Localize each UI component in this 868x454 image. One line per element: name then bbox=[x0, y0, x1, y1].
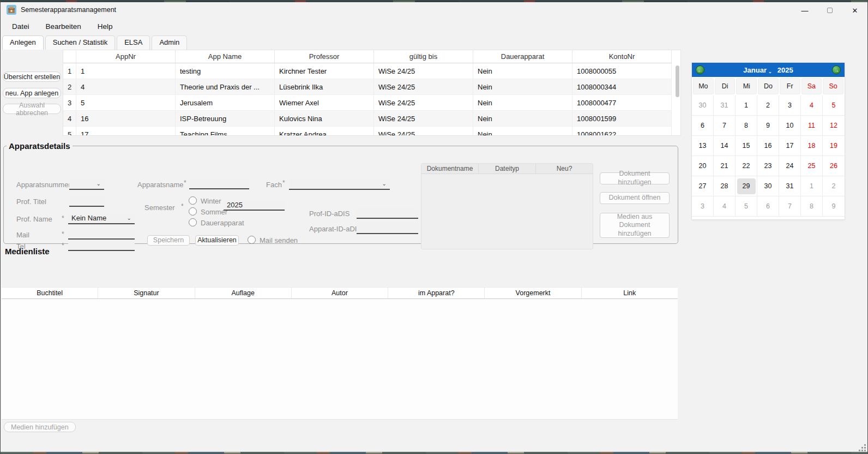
calendar-day-cell[interactable]: 26 bbox=[823, 156, 845, 176]
calendar-day-cell[interactable]: 7 bbox=[779, 196, 801, 217]
dokument-hinzufuegen-button[interactable]: Dokument hinzufügen bbox=[600, 172, 670, 184]
calendar-day-cell[interactable]: 6 bbox=[692, 116, 714, 136]
apps-column-header-app-name[interactable]: App Name bbox=[176, 50, 275, 63]
sidebar-button-2[interactable]: neu. App anlegen bbox=[3, 88, 61, 98]
calendar-day-cell[interactable]: 29 bbox=[736, 176, 757, 196]
calendar-day-cell[interactable]: 4 bbox=[714, 196, 736, 217]
apps-column-header-appnr[interactable]: AppNr bbox=[76, 50, 176, 63]
calendar-day-cell[interactable]: 3 bbox=[692, 196, 714, 217]
calendar-day-cell[interactable]: 11 bbox=[801, 116, 823, 136]
calendar-day-cell[interactable]: 5 bbox=[736, 196, 757, 217]
calendar-day-cell[interactable]: 2 bbox=[823, 176, 845, 196]
calendar-day-cell[interactable]: 18 bbox=[801, 136, 823, 156]
calendar-day-number: 19 bbox=[824, 138, 843, 154]
calendar-day-cell[interactable]: 15 bbox=[736, 136, 757, 156]
calendar-day-cell[interactable]: 4 bbox=[801, 95, 823, 116]
apps-table-scrollbar-thumb[interactable] bbox=[676, 65, 679, 97]
table-row[interactable]: 35JerusalemWiemer AxelWiSe 24/25Nein1008… bbox=[63, 95, 672, 111]
minimize-button[interactable]: — bbox=[792, 2, 817, 19]
apps-column-header-dauerapparat[interactable]: Dauerapparat bbox=[473, 50, 572, 63]
calendar-day-cell[interactable]: 31 bbox=[714, 95, 736, 116]
calendar-day-cell[interactable]: 30 bbox=[692, 95, 714, 116]
semester-sommer-radio[interactable] bbox=[189, 207, 197, 216]
calendar-day-cell[interactable]: 10 bbox=[779, 116, 801, 136]
calendar-day-cell[interactable]: 17 bbox=[779, 136, 801, 156]
apps-column-header-g-ltig-bis[interactable]: gültig bis bbox=[374, 50, 473, 63]
mail-input[interactable] bbox=[68, 229, 135, 240]
sidebar-button-3[interactable]: Auswahl abbrechen bbox=[3, 104, 61, 114]
prof-id-adis-input[interactable] bbox=[357, 208, 418, 219]
menu-item-help[interactable]: Help bbox=[89, 20, 121, 33]
calendar-day-cell[interactable]: 1 bbox=[736, 95, 757, 116]
calendar-day-cell[interactable]: 30 bbox=[757, 176, 779, 196]
calendar-day-cell[interactable]: 1 bbox=[801, 176, 823, 196]
tab-anlegen[interactable]: Anlegen bbox=[2, 35, 44, 50]
calendar-day-cell[interactable]: 20 bbox=[692, 156, 714, 176]
semester-dauerapparat-radio[interactable] bbox=[189, 218, 197, 226]
apparat-id-adis-input[interactable] bbox=[357, 223, 418, 234]
apps-table-body: 11testingKirchner TesterWiSe 24/25Nein10… bbox=[63, 63, 680, 136]
medien-aus-dokument-button[interactable]: Medien aus Dokument hinzufügen bbox=[600, 213, 670, 238]
calendar-day-cell[interactable]: 12 bbox=[823, 116, 845, 136]
calendar-day-cell[interactable]: 16 bbox=[757, 136, 779, 156]
calendar-day-cell[interactable]: 14 bbox=[714, 136, 736, 156]
prof-name-dropdown[interactable]: Kein Name ⌄ bbox=[68, 213, 135, 224]
calendar-day-cell[interactable]: 21 bbox=[714, 156, 736, 176]
resize-grip[interactable] bbox=[859, 445, 866, 451]
documents-column-header-neu-: Neu? bbox=[536, 164, 593, 174]
tab-admin[interactable]: Admin bbox=[152, 35, 187, 50]
semester-winter-radio[interactable] bbox=[189, 196, 197, 205]
prof-titel-input[interactable] bbox=[69, 196, 104, 207]
close-button[interactable]: ✕ bbox=[842, 2, 867, 19]
sidebar-button-1[interactable]: Übersicht erstellen bbox=[3, 71, 61, 82]
semester-year-input[interactable] bbox=[224, 200, 285, 211]
calendar-day-cell[interactable]: 6 bbox=[757, 196, 779, 217]
tab-suchen-statistik[interactable]: Suchen / Statistik bbox=[45, 35, 115, 50]
aktualisieren-button[interactable]: Aktualisieren bbox=[195, 235, 239, 246]
calendar-day-number: 28 bbox=[715, 178, 734, 194]
calendar-day-cell[interactable]: 23 bbox=[757, 156, 779, 176]
calendar-month-year[interactable]: Januar⌄ 2025 bbox=[743, 66, 793, 74]
apps-column-header-kontonr[interactable]: KontoNr bbox=[572, 50, 672, 63]
dokument-oeffnen-button[interactable]: Dokument öffnen bbox=[600, 192, 670, 204]
calendar-day-cell[interactable]: 2 bbox=[757, 95, 779, 116]
table-cell: testing bbox=[176, 63, 275, 79]
calendar-day-cell[interactable]: 28 bbox=[714, 176, 736, 196]
fach-dropdown[interactable]: ⌄ bbox=[289, 178, 390, 190]
table-row[interactable]: 24Theorie und Praxis der ...Lüsebrink Il… bbox=[63, 79, 672, 95]
apps-column-header-professor[interactable]: Professor bbox=[275, 50, 374, 63]
calendar-day-cell[interactable]: 24 bbox=[779, 156, 801, 176]
apps-table-scrollbar[interactable] bbox=[676, 64, 679, 134]
calendar-day-cell[interactable]: 5 bbox=[823, 95, 845, 116]
calendar-day-cell[interactable]: 31 bbox=[779, 176, 801, 196]
apparatsname-input[interactable] bbox=[189, 178, 249, 189]
menu-item-bearbeiten[interactable]: Bearbeiten bbox=[38, 20, 89, 33]
calendar-day-cell[interactable]: 25 bbox=[801, 156, 823, 176]
tab-elsa[interactable]: ELSA bbox=[117, 35, 150, 50]
calendar-day-cell[interactable]: 19 bbox=[823, 136, 845, 156]
table-cell: Nein bbox=[473, 111, 572, 126]
calendar-day-cell[interactable]: 22 bbox=[736, 156, 757, 176]
calendar-day-cell[interactable]: 9 bbox=[757, 116, 779, 136]
menu-item-datei[interactable]: Datei bbox=[4, 20, 38, 33]
table-row[interactable]: 517Teaching FilmsKratzer AndreaWiSe 24/2… bbox=[63, 127, 672, 136]
speichern-button[interactable]: Speichern bbox=[147, 235, 190, 246]
calendar-day-cell[interactable]: 8 bbox=[736, 116, 757, 136]
calendar-day-cell[interactable]: 27 bbox=[692, 176, 714, 196]
calendar-day-cell[interactable]: 9 bbox=[823, 196, 845, 217]
tel-input[interactable] bbox=[68, 240, 135, 251]
apparatsnummer-dropdown[interactable]: ⌄ bbox=[69, 178, 104, 190]
calendar-day-cell[interactable]: 13 bbox=[692, 136, 714, 156]
calendar-next-month-button[interactable]: → bbox=[832, 65, 841, 74]
maximize-button[interactable] bbox=[817, 2, 842, 19]
calendar-year-label[interactable]: 2025 bbox=[777, 66, 793, 74]
calendar-day-cell[interactable]: 7 bbox=[714, 116, 736, 136]
table-row[interactable]: 11testingKirchner TesterWiSe 24/25Nein10… bbox=[63, 63, 672, 79]
calendar-day-cell[interactable]: 3 bbox=[779, 95, 801, 116]
medien-hinzufuegen-button[interactable]: Medien hinzufügen bbox=[4, 422, 76, 432]
mail-senden-checkbox[interactable] bbox=[248, 236, 256, 244]
calendar-day-cell[interactable]: 8 bbox=[801, 196, 823, 217]
table-row[interactable]: 416ISP-BetreuungKulovics NinaWiSe 24/25N… bbox=[63, 111, 672, 127]
calendar-prev-month-button[interactable]: ← bbox=[696, 65, 704, 74]
calendar-month-label[interactable]: Januar bbox=[743, 66, 767, 74]
